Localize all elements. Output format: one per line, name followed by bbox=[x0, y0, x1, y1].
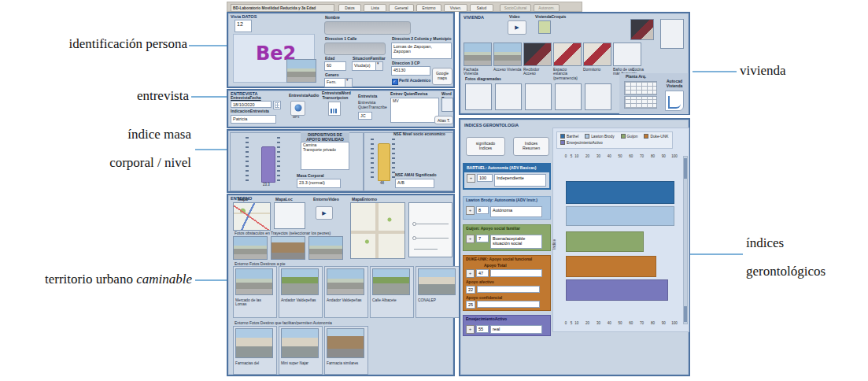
masa-field[interactable]: 23.3 (normal) bbox=[297, 179, 341, 188]
destino-photo[interactable] bbox=[418, 268, 456, 295]
destino-cell: CONALEP bbox=[416, 266, 460, 318]
legend-item: Barthel bbox=[560, 134, 578, 139]
cocina-photo[interactable] bbox=[630, 19, 654, 40]
fachada-photo[interactable] bbox=[464, 43, 492, 66]
stepper-button[interactable]: + bbox=[466, 269, 475, 278]
legend-item: Guijon bbox=[621, 134, 638, 139]
envejecimiento-meaning-field[interactable]: real bbox=[490, 325, 542, 334]
tab-autonom[interactable]: Autonom. bbox=[534, 4, 560, 12]
vivienda-video-icon[interactable] bbox=[508, 20, 526, 35]
dispositivos-field[interactable]: Camina Transporte privado bbox=[301, 142, 349, 170]
acceso-photo[interactable] bbox=[493, 43, 522, 66]
espacio-photo[interactable] bbox=[553, 43, 582, 66]
autonomia-photo[interactable] bbox=[235, 328, 273, 358]
cp-field[interactable]: 45130 bbox=[391, 66, 430, 76]
walkscore-diagram[interactable] bbox=[408, 202, 452, 257]
duke-confidencial-extra-field[interactable] bbox=[477, 301, 540, 308]
stepper-button[interactable]: + bbox=[466, 235, 475, 243]
mapa-entorno-image[interactable] bbox=[350, 202, 405, 259]
mapaloc-thumbnail[interactable] bbox=[274, 202, 305, 229]
destino-photo[interactable] bbox=[281, 268, 319, 295]
duke-total-field[interactable]: 47 bbox=[476, 269, 489, 277]
autocad-file-icon[interactable] bbox=[665, 91, 684, 111]
diagramada-thumbnail[interactable] bbox=[495, 83, 522, 110]
audio-mp3-icon[interactable] bbox=[290, 101, 305, 116]
diagramada-thumbnail[interactable] bbox=[465, 83, 492, 110]
tab-general[interactable]: General bbox=[389, 4, 414, 12]
google-maps-button[interactable]: Google maps bbox=[432, 68, 452, 85]
edad-field[interactable]: 60 bbox=[324, 61, 346, 71]
dir1-field-redacted[interactable] bbox=[324, 43, 386, 55]
foto-caption: Espacio estancia (permanencia) bbox=[553, 68, 582, 80]
autonomia-caption: Farmacia similares bbox=[327, 361, 364, 365]
mapa-thumbnail[interactable] bbox=[233, 202, 271, 231]
barthel-meaning-field[interactable]: Independiente bbox=[494, 174, 546, 187]
calendar-icon[interactable] bbox=[273, 101, 281, 109]
duke-afectivo-extra-field[interactable] bbox=[477, 286, 540, 293]
situacion-dropdown[interactable]: Viuda(o) bbox=[352, 61, 383, 71]
alias-t-button[interactable]: Alias T. bbox=[434, 116, 453, 124]
autonomia-photo[interactable] bbox=[281, 328, 319, 358]
record-number-field[interactable]: 12 bbox=[235, 20, 252, 32]
genero-dropdown[interactable]: Fem. bbox=[324, 78, 353, 87]
nombre-field-redacted[interactable] bbox=[324, 21, 411, 35]
entorno-video-icon[interactable] bbox=[316, 206, 333, 220]
envejecimiento-value-field[interactable]: 55 bbox=[476, 325, 489, 333]
obstaculo-photo[interactable] bbox=[233, 236, 268, 260]
duke-total-extra-field[interactable] bbox=[490, 269, 542, 277]
dir3-label: Direccion 3 CP bbox=[392, 61, 419, 66]
diagramada-thumbnail[interactable] bbox=[585, 83, 611, 110]
obstaculo-photo[interactable] bbox=[271, 236, 305, 260]
planta-thumbnail[interactable] bbox=[624, 81, 657, 95]
indices-resumen-button[interactable]: Indices Resumen bbox=[513, 137, 549, 156]
indicacion-field[interactable]: Patricia bbox=[231, 115, 276, 124]
bano-photo-empty[interactable] bbox=[613, 43, 641, 66]
tab-entorno[interactable]: Entorno bbox=[416, 4, 441, 12]
guijon-value-field[interactable]: 7 bbox=[476, 235, 489, 242]
chevron-down-icon[interactable] bbox=[375, 62, 382, 70]
scrollbar-thumb[interactable] bbox=[684, 158, 687, 179]
destino-photo[interactable] bbox=[235, 268, 273, 295]
stepper-button[interactable]: + bbox=[467, 174, 475, 183]
stepper-button[interactable]: + bbox=[466, 206, 475, 215]
persona-foto-thumbnail[interactable] bbox=[286, 59, 316, 83]
barthel-value-field[interactable]: 100 bbox=[477, 174, 493, 182]
scrollbar-thumb[interactable] bbox=[684, 306, 687, 322]
significado-indices-button[interactable]: significado Indices bbox=[466, 137, 505, 156]
recibidor-photo[interactable] bbox=[523, 43, 552, 66]
tab-datos[interactable]: Datos bbox=[338, 4, 361, 12]
fecha-field[interactable]: 18/10/2020 bbox=[231, 101, 271, 108]
obstaculo-photo[interactable] bbox=[308, 236, 343, 260]
diagramada-thumbnail[interactable] bbox=[525, 83, 552, 110]
dir2-field[interactable]: Lomas de Zapopan, Zapopan bbox=[391, 43, 452, 59]
chart-scrollbar[interactable] bbox=[683, 156, 688, 324]
stepper-button[interactable]: + bbox=[466, 325, 475, 334]
perfil-academico-checkbox[interactable] bbox=[392, 79, 398, 85]
quien-revisa-field[interactable]: MV bbox=[390, 98, 439, 123]
tab-sociocultural[interactable]: SocioCultural bbox=[500, 4, 531, 12]
autonomia-photo[interactable] bbox=[327, 328, 364, 358]
quien-transcribe-field[interactable]: JC bbox=[358, 112, 372, 120]
guijon-meaning-field[interactable]: Buena/aceptable situación social bbox=[490, 235, 542, 249]
destino-cell: Calle Albacete bbox=[370, 266, 414, 318]
word-doc-icon[interactable] bbox=[328, 102, 341, 116]
duke-confidencial-field[interactable]: 25 bbox=[466, 301, 475, 309]
word-rev-thumbnail[interactable] bbox=[441, 98, 453, 112]
annotation-line bbox=[191, 96, 229, 98]
lawton-meaning-field[interactable]: Autónoma bbox=[490, 206, 542, 217]
chevron-down-icon[interactable] bbox=[345, 79, 352, 87]
tab-salud[interactable]: Salud bbox=[470, 4, 493, 12]
tab-vivien[interactable]: Vivien. bbox=[444, 4, 467, 12]
croquis-thumbnail[interactable] bbox=[538, 20, 551, 34]
diagramada-thumbnail[interactable] bbox=[555, 83, 582, 110]
planta-thumbnail[interactable] bbox=[624, 96, 657, 109]
destino-photo[interactable] bbox=[327, 268, 364, 295]
dormitorio-photo[interactable] bbox=[583, 43, 611, 66]
duke-afectivo-field[interactable]: 22 bbox=[466, 286, 475, 294]
vivienda-extra-thumbnail[interactable] bbox=[660, 19, 684, 49]
edad-label: Edad bbox=[325, 57, 334, 61]
nse-sig-field[interactable]: A/B bbox=[395, 179, 434, 188]
lawton-value-field[interactable]: 8 bbox=[476, 206, 489, 214]
destino-photo[interactable] bbox=[372, 268, 410, 295]
tab-lista[interactable]: Lista bbox=[364, 4, 386, 12]
